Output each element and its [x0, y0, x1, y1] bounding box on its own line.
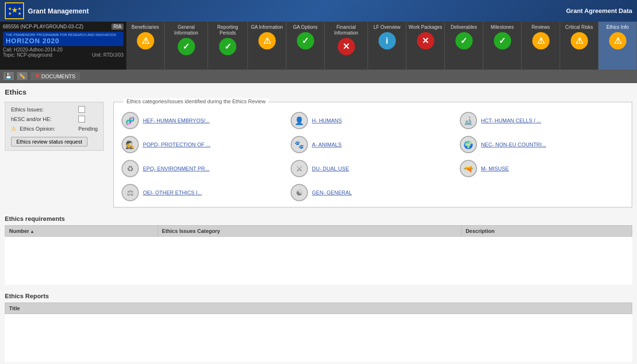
project-type-badge: RIA [111, 24, 123, 30]
toolbar: 💾 ✏️ ✕ DOCUMENTS [0, 70, 637, 83]
opinion-warning-icon: ⚠ [11, 125, 16, 132]
ethics-cat-hef[interactable]: 🧬 HEF- HUMAN EMBRYOS/... [122, 112, 286, 129]
ethics-cat-popd[interactable]: 🕵 POPD- PROTECTION OF ... [122, 136, 286, 153]
sort-arrow-icon: ▲ [30, 229, 35, 234]
tab-warning-icon: ⚠ [137, 32, 154, 49]
tab-check-icon: ✓ [494, 32, 511, 49]
cat-label-du[interactable]: DU- DUAL USE [312, 166, 349, 171]
ethics-categories-grid: 🧬 HEF- HUMAN EMBRYOS/... 👤 H- HUMANS 🔬 H… [122, 112, 624, 201]
cat-icon-epq: ♻ [122, 160, 139, 177]
table-header-row: Number▲Ethics Issues CategoryDescription [5, 226, 632, 237]
tab-work-packages[interactable]: Work Packages ✕ [406, 22, 445, 70]
tab-label: Work Packages [409, 24, 442, 30]
svg-text:★: ★ [8, 12, 12, 16]
tab-label: Critical Risks [565, 24, 593, 30]
col-header-category: Ethics Issues Category [158, 226, 462, 237]
cat-label-hef[interactable]: HEF- HUMAN EMBRYOS/... [143, 118, 209, 123]
cat-label-nec[interactable]: NEC- NON-EU COUNTRI... [481, 142, 546, 147]
cat-icon-hef: 🧬 [122, 112, 139, 129]
tab-warning-icon: ⚠ [258, 32, 276, 49]
tab-label: LF Overview [373, 24, 400, 30]
ethics-opinion-value: Pending [78, 126, 98, 132]
cat-label-hct[interactable]: HCT- HUMAN CELLS / ... [481, 118, 541, 123]
col-header-number[interactable]: Number▲ [5, 226, 158, 237]
tab-label: General Information [167, 24, 206, 36]
tab-reviews[interactable]: Reviews ⚠ [522, 22, 560, 70]
framework-label: THE FRAMEWORK PROGRAMME FOR RESEARCH AND… [6, 33, 121, 37]
ethics-cat-oei[interactable]: ⚖ OEI- OTHER ETHICS I... [122, 184, 286, 201]
ethics-requirements-table: Number▲Ethics Issues CategoryDescription [5, 225, 632, 285]
cat-icon-nec: 🌍 [460, 136, 477, 153]
tab-label: Milestones [491, 24, 514, 30]
ethics-top-area: Ethics Issues: hESC and/or HE: ⚠ Ethics … [5, 102, 632, 215]
grant-agreement-label: Grant Agreement Data [566, 7, 633, 14]
ethics-cat-m[interactable]: 🔫 M- MISUSE [460, 160, 624, 177]
tab-reporting-periods[interactable]: Reporting Periods ✓ [208, 22, 248, 70]
documents-button[interactable]: ✕ DOCUMENTS [30, 72, 81, 81]
tab-general-info[interactable]: General Information ✓ [165, 22, 208, 70]
cat-label-m[interactable]: M- MISUSE [481, 166, 509, 171]
cat-label-oei[interactable]: OEI- OTHER ETHICS I... [143, 190, 202, 195]
ethics-requirements-title: Ethics requirements [5, 215, 632, 222]
horizon-label: HORIZON 2020 [6, 37, 121, 45]
reports-header-row: Title [5, 303, 632, 314]
cat-icon-a: 🐾 [291, 136, 308, 153]
cat-label-a[interactable]: A- ANIMALS [312, 142, 342, 147]
cat-icon-h: 👤 [291, 112, 308, 129]
ethics-cat-a[interactable]: 🐾 A- ANIMALS [291, 136, 455, 153]
tab-label: Financial Information [327, 24, 366, 36]
ethics-issues-checkbox[interactable] [78, 106, 85, 113]
tab-warning-icon: ⚠ [532, 32, 550, 49]
reports-col-header-title: Title [5, 303, 632, 314]
app-name: Grant Management [28, 7, 89, 15]
documents-label: DOCUMENTS [41, 73, 75, 79]
tab-beneficiaries[interactable]: Beneficiaries ⚠ [126, 22, 165, 70]
tab-label: Reporting Periods [210, 24, 245, 36]
cat-label-h[interactable]: H- HUMANS [312, 118, 342, 123]
tab-milestones[interactable]: Milestones ✓ [483, 22, 522, 70]
review-btn-container: Ethics review status request [11, 135, 98, 146]
tab-ethics-info[interactable]: Ethics Info ⚠ [599, 22, 637, 70]
tab-deliverables[interactable]: Deliverables ✓ [445, 22, 483, 70]
tab-warning-icon: ⚠ [571, 32, 588, 49]
svg-text:★: ★ [12, 6, 18, 14]
cat-label-gen[interactable]: GEN- GENERAL [312, 190, 352, 195]
ethics-cat-du[interactable]: ⚔ DU- DUAL USE [291, 160, 455, 177]
ethics-cat-hct[interactable]: 🔬 HCT- HUMAN CELLS / ... [460, 112, 624, 129]
ethics-opinion-label: ⚠ Ethics Opinion: [11, 125, 78, 132]
ethics-reports-tbody [5, 314, 632, 362]
tab-financial-info[interactable]: Financial Information ✕ [325, 22, 368, 70]
eu-logo-icon: ★ ★ ★ ★ ★ [5, 2, 24, 19]
ethics-cat-epq[interactable]: ♻ EPQ- ENVIRONMENT PR... [122, 160, 286, 177]
col-header-description: Description [462, 226, 632, 237]
save-button[interactable]: 💾 [3, 72, 14, 81]
hesc-checkbox[interactable] [78, 116, 85, 122]
ethics-panel-title: Ethics categories/issues identified duri… [123, 98, 268, 104]
svg-text:★: ★ [18, 7, 22, 11]
ethics-review-status-button[interactable]: Ethics review status request [11, 137, 87, 146]
ethics-issues-row: Ethics Issues: [11, 106, 98, 113]
cat-icon-hct: 🔬 [460, 112, 477, 129]
hesc-row: hESC and/or HE: [11, 116, 98, 122]
ethics-cat-gen[interactable]: ☯ GEN- GENERAL [291, 184, 455, 201]
ethics-requirements-tbody [5, 237, 632, 285]
top-header: ★ ★ ★ ★ ★ Grant Management Grant Agreeme… [0, 0, 637, 22]
tab-check-icon: ✓ [297, 32, 314, 49]
tab-ga-options[interactable]: GA Options ✓ [286, 22, 325, 70]
tab-critical-risks[interactable]: Critical Risks ⚠ [560, 22, 599, 70]
ethics-cat-h[interactable]: 👤 H- HUMANS [291, 112, 455, 129]
cat-label-epq[interactable]: EPQ- ENVIRONMENT PR... [143, 166, 209, 171]
page-title: Ethics [5, 88, 632, 96]
tab-label: Deliverables [451, 24, 477, 30]
ethics-reports-table: Title [5, 303, 632, 362]
call-label: Call: H2020-Adhoc-2014-20 [3, 47, 123, 52]
ethics-requirements-section: Ethics requirements Number▲Ethics Issues… [5, 215, 632, 285]
cat-label-popd[interactable]: POPD- PROTECTION OF ... [143, 142, 210, 147]
svg-text:★: ★ [8, 7, 12, 11]
ethics-cat-nec[interactable]: 🌍 NEC- NON-EU COUNTRI... [460, 136, 624, 153]
tab-label: Beneficiaries [132, 24, 159, 30]
tab-ga-information[interactable]: GA Information ⚠ [248, 22, 286, 70]
tab-cross-icon: ✕ [417, 32, 434, 49]
tab-lf-overview[interactable]: LF Overview i [368, 22, 406, 70]
edit-button[interactable]: ✏️ [16, 72, 28, 81]
